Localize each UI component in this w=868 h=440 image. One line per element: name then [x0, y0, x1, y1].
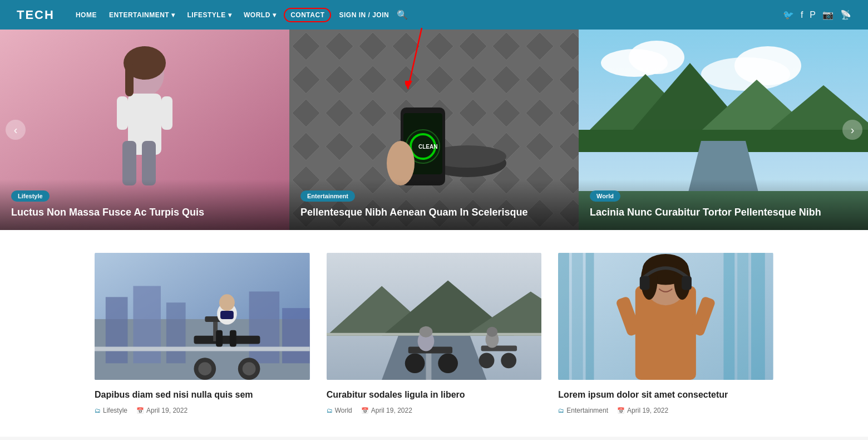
nav-contact[interactable]: CONTACT — [284, 8, 331, 22]
nav-signin[interactable]: SIGN IN / JOIN — [334, 8, 393, 22]
date-icon-1: 📅 — [136, 407, 144, 414]
hero-slide-2: CLEAN Entertainment Pellentesque Nibh Ae… — [289, 30, 579, 230]
slide-3-overlay: World Lacinia Nunc Curabitur Tortor Pell… — [579, 179, 868, 230]
svg-point-46 — [243, 362, 256, 375]
article-meta-3: 🗂 Entertainment 📅 April 19, 2022 — [558, 407, 773, 414]
article-card-1[interactable]: Dapibus diam sed nisi nulla quis sem 🗂 L… — [95, 252, 310, 414]
svg-text:CLEAN: CLEAN — [418, 144, 437, 150]
date-icon-3: 📅 — [617, 407, 625, 414]
svg-rect-73 — [558, 253, 569, 380]
svg-rect-54 — [230, 330, 236, 347]
svg-rect-69 — [481, 346, 516, 351]
hero-slider: ‹ — [0, 30, 868, 230]
svg-point-27 — [734, 46, 801, 85]
rss-icon[interactable]: 📡 — [840, 9, 851, 20]
svg-rect-74 — [572, 253, 583, 380]
nav-home[interactable]: HOME — [71, 8, 101, 22]
category-icon-3: 🗂 — [558, 407, 564, 414]
article-card-3[interactable]: Lorem ipsum dolor sit amet consectetur 🗂… — [558, 252, 773, 414]
svg-marker-59 — [382, 336, 486, 380]
svg-rect-40 — [249, 291, 280, 363]
slide-3-title: Lacinia Nunc Curabitur Tortor Pellentesq… — [590, 206, 857, 219]
slide-3-badge: World — [590, 190, 620, 202]
article-thumb-3 — [558, 252, 773, 380]
svg-point-71 — [486, 327, 497, 337]
article-title-2: Curabitur sodales ligula in libero — [327, 389, 542, 401]
svg-point-66 — [419, 326, 432, 338]
nav-world[interactable]: WORLD ▾ — [239, 8, 280, 22]
svg-point-67 — [479, 353, 494, 368]
article-category-2: 🗂 World — [327, 407, 352, 414]
pinterest-icon[interactable]: P — [810, 10, 816, 20]
svg-rect-10 — [125, 63, 134, 96]
article-category-3: 🗂 Entertainment — [558, 407, 608, 414]
svg-rect-84 — [640, 276, 650, 290]
svg-rect-61 — [327, 333, 542, 336]
svg-rect-52 — [220, 311, 234, 319]
slide-2-overlay: Entertainment Pellentesque Nibh Aenean Q… — [289, 179, 579, 230]
svg-rect-85 — [682, 276, 692, 290]
svg-rect-47 — [194, 336, 260, 344]
articles-section: Dapibus diam sed nisi nulla quis sem 🗂 L… — [0, 230, 868, 437]
article-card-2[interactable]: Curabitur sodales ligula in libero 🗂 Wor… — [327, 252, 542, 414]
slide-1-badge: Lifestyle — [11, 190, 50, 202]
svg-rect-37 — [106, 297, 128, 363]
slide-2-title: Pellentesque Nibh Aenean Quam In Sceleri… — [300, 206, 568, 219]
nav-entertainment[interactable]: ENTERTAINMENT ▾ — [105, 8, 180, 22]
search-icon[interactable]: 🔍 — [397, 9, 408, 20]
svg-rect-75 — [586, 253, 594, 380]
slide-2-badge: Entertainment — [300, 190, 355, 202]
svg-rect-78 — [751, 253, 765, 380]
svg-rect-41 — [282, 308, 310, 363]
article-meta-2: 🗂 World 📅 April 19, 2022 — [327, 407, 542, 414]
svg-rect-8 — [161, 96, 172, 130]
svg-point-25 — [629, 41, 684, 74]
article-date-1: 📅 April 19, 2022 — [136, 407, 188, 414]
svg-point-63 — [438, 353, 458, 373]
svg-rect-42 — [95, 347, 310, 351]
svg-rect-77 — [738, 253, 749, 380]
social-links: 🐦 f P 📷 📡 — [783, 9, 851, 20]
article-date-2: 📅 April 19, 2022 — [361, 407, 412, 414]
facebook-icon[interactable]: f — [801, 10, 803, 20]
nav-links: HOME ENTERTAINMENT ▾ LIFESTYLE ▾ WORLD ▾… — [71, 8, 783, 22]
site-logo[interactable]: TECH — [17, 8, 55, 22]
slider-next-button[interactable]: › — [842, 120, 862, 140]
svg-rect-7 — [117, 96, 128, 130]
slide-1-title: Luctus Non Massa Fusce Ac Turpis Quis — [11, 206, 278, 219]
nav-lifestyle[interactable]: LIFESTYLE ▾ — [183, 8, 236, 22]
article-title-1: Dapibus diam sed nisi nulla quis sem — [95, 389, 310, 401]
article-title-3: Lorem ipsum dolor sit amet consectetur — [558, 389, 773, 401]
category-icon-2: 🗂 — [327, 407, 333, 414]
slide-1-overlay: Lifestyle Luctus Non Massa Fusce Ac Turp… — [0, 179, 289, 230]
twitter-icon[interactable]: 🐦 — [783, 9, 794, 20]
svg-point-68 — [501, 353, 516, 368]
hero-slide-3: World Lacinia Nunc Curabitur Tortor Pell… — [579, 30, 868, 230]
articles-grid: Dapibus diam sed nisi nulla quis sem 🗂 L… — [95, 252, 773, 414]
svg-rect-76 — [724, 253, 735, 380]
article-thumb-1 — [95, 252, 310, 380]
article-category-1: 🗂 Lifestyle — [95, 407, 127, 414]
svg-rect-53 — [216, 330, 223, 347]
article-meta-1: 🗂 Lifestyle 📅 April 19, 2022 — [95, 407, 310, 414]
article-date-3: 📅 April 19, 2022 — [617, 407, 668, 414]
hero-slide-1: Lifestyle Luctus Non Massa Fusce Ac Turp… — [0, 30, 289, 230]
date-icon-2: 📅 — [361, 407, 369, 414]
svg-point-51 — [219, 294, 235, 311]
svg-rect-38 — [133, 286, 161, 363]
svg-rect-39 — [166, 302, 186, 363]
instagram-icon[interactable]: 📷 — [822, 9, 834, 20]
slider-prev-button[interactable]: ‹ — [6, 120, 26, 140]
svg-point-62 — [405, 353, 425, 373]
category-icon-1: 🗂 — [95, 407, 101, 414]
svg-point-44 — [198, 362, 211, 375]
article-thumb-2 — [327, 252, 542, 380]
navbar: TECH HOME ENTERTAINMENT ▾ LIFESTYLE ▾ WO… — [0, 0, 868, 30]
